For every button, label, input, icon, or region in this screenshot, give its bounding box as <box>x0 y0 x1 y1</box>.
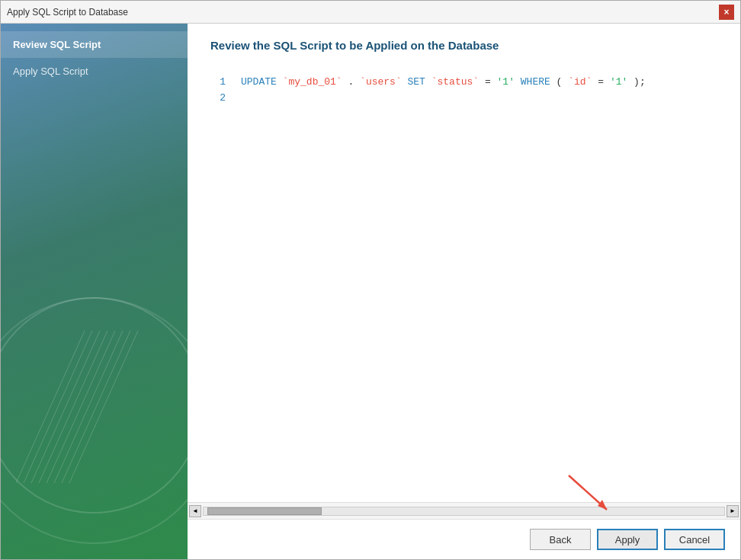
sql-paren2: ); <box>634 76 646 88</box>
svg-line-1 <box>24 331 92 483</box>
horizontal-scrollbar[interactable]: ◄ ► <box>188 502 740 519</box>
scroll-thumb[interactable] <box>207 507 322 515</box>
sql-table2: `users` <box>360 76 402 88</box>
sql-editor: 1 UPDATE `my_db_01` . `users` SET `statu… <box>210 67 717 114</box>
sql-line-1: 1 UPDATE `my_db_01` . `users` SET `statu… <box>210 75 717 91</box>
main-window: Apply SQL Script to Database × Review SQ… <box>0 0 741 560</box>
svg-line-6 <box>62 331 130 483</box>
back-button[interactable]: Back <box>530 529 591 550</box>
svg-line-2 <box>31 331 100 483</box>
svg-line-0 <box>16 331 85 483</box>
sidebar: Review SQL Script Apply SQL Script <box>1 24 188 559</box>
sidebar-decoration <box>8 331 161 483</box>
apply-button[interactable]: Apply <box>597 529 658 550</box>
close-button[interactable]: × <box>719 5 734 20</box>
sql-code-1: UPDATE `my_db_01` . `users` SET `status`… <box>241 75 646 91</box>
sql-id-val: '1' <box>610 76 627 88</box>
main-content: Review the SQL Script to be Applied on t… <box>188 24 740 559</box>
scroll-right-button[interactable]: ► <box>727 505 739 517</box>
sidebar-item-review-label: Review SQL Script <box>13 39 101 50</box>
svg-line-4 <box>47 331 115 483</box>
sql-line-2: 2 <box>210 91 717 107</box>
sql-val: '1' <box>497 76 515 88</box>
sidebar-item-apply-sql-script[interactable]: Apply SQL Script <box>1 58 188 85</box>
content-area: Review the SQL Script to be Applied on t… <box>188 24 740 502</box>
sql-dot: . <box>348 76 354 88</box>
window-title: Apply SQL Script to Database <box>7 7 128 18</box>
svg-line-3 <box>39 331 107 483</box>
sql-eq: = <box>485 76 497 88</box>
title-bar: Apply SQL Script to Database × <box>1 1 740 24</box>
sql-id-col: `id` <box>568 76 592 88</box>
sql-eq2: = <box>598 76 610 88</box>
sidebar-item-review-sql-script[interactable]: Review SQL Script <box>1 31 188 58</box>
kw-update: UPDATE <box>241 76 277 88</box>
line-number-1: 1 <box>210 75 241 91</box>
kw-set: SET <box>408 76 425 88</box>
footer: Back Apply Cancel <box>188 519 740 559</box>
sidebar-item-apply-label: Apply SQL Script <box>13 66 88 77</box>
arrow-left-icon: ◄ <box>192 507 198 514</box>
scroll-track[interactable] <box>203 507 725 516</box>
svg-line-5 <box>54 331 123 483</box>
scroll-left-button[interactable]: ◄ <box>189 505 201 517</box>
arrow-right-icon: ► <box>730 507 736 514</box>
sql-table: `my_db_01` <box>283 76 342 88</box>
cancel-button[interactable]: Cancel <box>664 529 725 550</box>
content-title: Review the SQL Script to be Applied on t… <box>210 39 717 52</box>
window-body: Review SQL Script Apply SQL Script Revie… <box>1 24 740 559</box>
sql-col: `status` <box>431 76 479 88</box>
kw-where: WHERE <box>521 76 550 88</box>
sql-paren1: ( <box>557 76 563 88</box>
svg-line-7 <box>69 331 138 483</box>
line-number-2: 2 <box>210 91 241 107</box>
